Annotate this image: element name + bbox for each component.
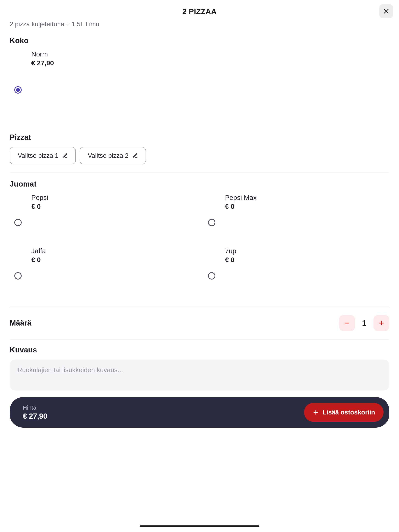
drink-name: 7up — [225, 247, 389, 255]
drink-radio-pepsi-max[interactable] — [208, 219, 215, 226]
size-radio-norm[interactable] — [14, 86, 22, 94]
size-option-name: Norm — [31, 50, 389, 58]
divider — [10, 339, 389, 339]
drink-radio-pepsi[interactable] — [14, 219, 22, 226]
description-input[interactable] — [10, 360, 389, 391]
edit-icon — [133, 153, 138, 158]
drink-price: € 0 — [225, 203, 389, 210]
select-pizza-1-button[interactable]: Valitse pizza 1 — [10, 147, 76, 164]
drink-price: € 0 — [31, 256, 196, 264]
drinks-heading: Juomat — [10, 180, 389, 188]
quantity-increase-button[interactable] — [374, 315, 389, 331]
size-option-price: € 27,90 — [31, 59, 389, 67]
drink-price: € 0 — [225, 256, 389, 264]
price-value: € 27,90 — [23, 412, 47, 420]
drink-radio-jaffa[interactable] — [14, 272, 22, 279]
price-label: Hinta — [23, 405, 47, 411]
drink-name: Pepsi Max — [225, 194, 389, 202]
page-title: 2 PIZZAA — [182, 7, 216, 16]
plus-icon — [378, 320, 385, 326]
select-pizza-1-label: Valitse pizza 1 — [18, 152, 58, 159]
pizzas-heading: Pizzat — [10, 133, 389, 141]
drink-name: Jaffa — [31, 247, 196, 255]
description-heading: Kuvaus — [10, 346, 389, 354]
home-indicator — [139, 526, 260, 527]
select-pizza-2-label: Valitse pizza 2 — [88, 152, 128, 159]
plus-icon — [313, 409, 319, 416]
close-button[interactable] — [379, 4, 393, 18]
edit-icon — [62, 153, 68, 158]
product-subtitle: 2 pizza kuljetettuna + 1,5L Limu — [10, 20, 389, 28]
add-to-cart-button[interactable]: Lisää ostoskoriin — [304, 403, 384, 422]
divider — [10, 172, 389, 172]
quantity-decrease-button[interactable] — [339, 315, 355, 331]
select-pizza-2-button[interactable]: Valitse pizza 2 — [80, 147, 146, 164]
drink-radio-7up[interactable] — [208, 272, 215, 279]
add-to-cart-label: Lisää ostoskoriin — [323, 409, 375, 416]
quantity-heading: Määrä — [10, 319, 32, 327]
footer-bar: Hinta € 27,90 Lisää ostoskoriin — [10, 397, 389, 428]
minus-icon — [344, 320, 350, 326]
quantity-value: 1 — [360, 319, 368, 328]
divider — [10, 307, 389, 307]
drink-name: Pepsi — [31, 194, 196, 202]
close-icon — [383, 8, 390, 14]
drink-price: € 0 — [31, 203, 196, 210]
size-heading: Koko — [10, 36, 389, 45]
